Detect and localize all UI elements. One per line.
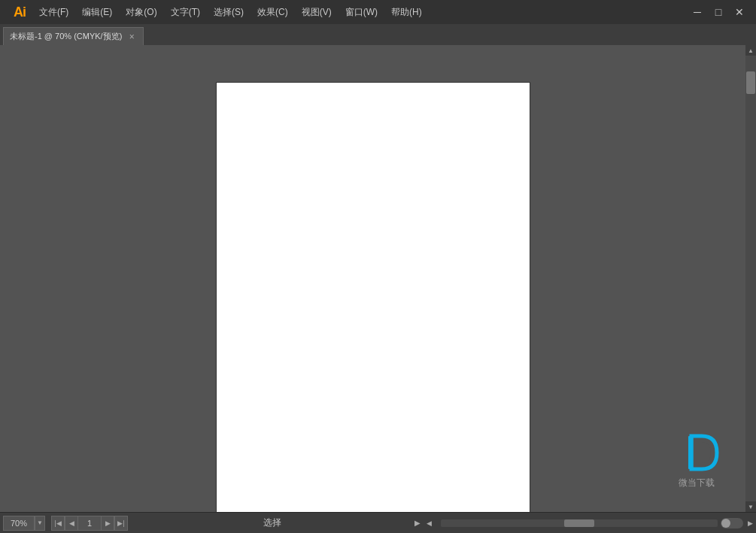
menu-object[interactable]: 对象(O): [120, 3, 162, 22]
main-area: 微当下载 ▲ ▼: [0, 45, 756, 512]
tab-close-button[interactable]: ×: [126, 32, 137, 42]
zoom-dropdown-arrow[interactable]: ▼: [35, 516, 45, 531]
canvas-area[interactable]: 微当下载: [0, 45, 745, 512]
window-controls: ─ □ ✕: [687, 2, 750, 23]
menu-bar: 文件(F) 编辑(E) 对象(O) 文字(T) 选择(S) 效果(C) 视图(V…: [33, 3, 687, 22]
watermark: 微当下载: [670, 430, 723, 489]
last-page-button[interactable]: ▶|: [114, 516, 128, 531]
scroll-up-arrow[interactable]: ▲: [745, 45, 756, 56]
scroll-down-arrow[interactable]: ▼: [745, 501, 756, 512]
menu-effect[interactable]: 效果(C): [251, 3, 294, 22]
next-page-button[interactable]: ▶: [101, 516, 114, 531]
scroll-left-arrow[interactable]: ◀: [427, 519, 432, 527]
artboard: [217, 83, 530, 512]
page-input[interactable]: [78, 516, 101, 531]
watermark-logo-svg: [670, 430, 723, 475]
tab-bar: 未标题-1 @ 70% (CMYK/预览) ×: [0, 24, 756, 45]
restore-button[interactable]: □: [708, 2, 729, 23]
ai-logo: Ai: [6, 0, 33, 24]
zoom-input[interactable]: [3, 516, 35, 531]
scroll-toggle-thumb: [721, 519, 730, 528]
menu-window[interactable]: 窗口(W): [339, 3, 384, 22]
watermark-text: 微当下载: [679, 477, 715, 489]
scroll-thumb-vertical[interactable]: [746, 71, 755, 94]
scroll-right-arrow[interactable]: ▶: [748, 519, 753, 527]
prev-page-button[interactable]: ◀: [65, 516, 78, 531]
menu-text[interactable]: 文字(T): [165, 3, 206, 22]
status-bar: ▼ |◀ ◀ ▶ ▶| 选择 ▶ ◀ ▶: [0, 512, 756, 533]
right-scrollbar[interactable]: ▲ ▼: [745, 45, 756, 512]
scroll-track-vertical[interactable]: [745, 56, 756, 501]
zoom-control: ▼: [3, 516, 45, 531]
status-label: 选择: [134, 516, 411, 529]
document-tab[interactable]: 未标题-1 @ 70% (CMYK/预览) ×: [3, 27, 144, 45]
scroll-thumb-horizontal[interactable]: [564, 519, 594, 527]
menu-edit[interactable]: 编辑(E): [76, 3, 118, 22]
tab-label: 未标题-1 @ 70% (CMYK/预览): [10, 31, 122, 42]
bottom-scrollbar[interactable]: [441, 519, 718, 527]
page-navigation: |◀ ◀ ▶ ▶|: [51, 516, 128, 531]
menu-file[interactable]: 文件(F): [33, 3, 74, 22]
scroll-track-horizontal[interactable]: [441, 519, 718, 527]
play-button[interactable]: ▶: [411, 517, 424, 529]
scroll-toggle[interactable]: [721, 518, 743, 528]
close-button[interactable]: ✕: [729, 2, 750, 23]
menu-view[interactable]: 视图(V): [296, 3, 338, 22]
menu-help[interactable]: 帮助(H): [385, 3, 428, 22]
minimize-button[interactable]: ─: [687, 2, 708, 23]
first-page-button[interactable]: |◀: [51, 516, 65, 531]
menu-select[interactable]: 选择(S): [208, 3, 250, 22]
title-bar: Ai 文件(F) 编辑(E) 对象(O) 文字(T) 选择(S) 效果(C) 视…: [0, 0, 756, 24]
